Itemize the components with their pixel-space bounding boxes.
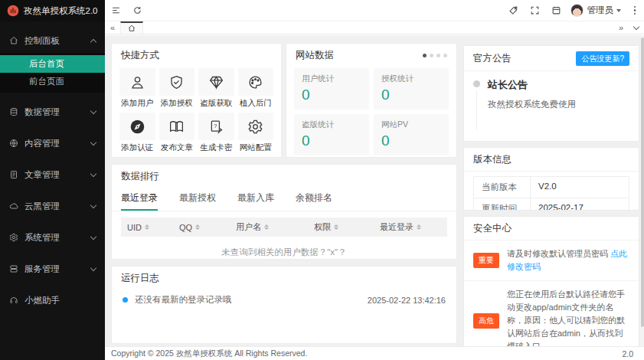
sidebar-item-label: 内容管理 xyxy=(25,138,85,149)
stat-pv: 网站PV 0 xyxy=(374,114,449,155)
quick-action-label: 网站配置 xyxy=(238,142,274,153)
app-title: 孜然单授权系统2.0 xyxy=(24,5,98,17)
security-text: 请及时修改默认管理员密码 xyxy=(507,249,610,258)
shield-check-icon xyxy=(168,74,185,90)
sidebar-item-label: 文章管理 xyxy=(25,169,85,181)
security-item: 高危 您正在使用后台默认路径请您手动更改app/admin文件夹的名称，原因：他… xyxy=(464,281,639,346)
column-header-uid[interactable]: UID xyxy=(121,218,173,237)
palette-icon xyxy=(247,74,263,90)
cloud-icon xyxy=(9,201,18,211)
quick-action-label: 植入后门 xyxy=(238,98,274,109)
sidebar-item-label: 服务管理 xyxy=(25,263,85,275)
sort-icon[interactable] xyxy=(417,224,421,230)
table-empty-message: 未查询到相关的用户数据？"x"？ xyxy=(121,237,447,260)
table-row: 当前版本 V2.0 xyxy=(474,177,629,198)
quick-action-publish-article[interactable]: 发布文章 xyxy=(159,113,195,153)
sidebar-item-control-panel[interactable]: 控制面板 xyxy=(0,28,105,53)
scrollbar-thumb[interactable] xyxy=(641,38,644,327)
user-menu[interactable]: 管理员 xyxy=(587,5,626,16)
tabs-menu-icon[interactable] xyxy=(629,21,644,34)
announcement-refresh-button[interactable]: 公告没更新? xyxy=(576,51,629,66)
quick-action-add-cert[interactable]: 添加认证 xyxy=(119,113,155,153)
table-header-row: UID QQ 用户名 权限 最近登录 xyxy=(121,218,447,237)
quick-action-add-user[interactable]: 添加用户 xyxy=(119,68,155,109)
sidebar-subitem-label: 前台页面 xyxy=(29,76,64,87)
sidebar-item-content-management[interactable]: 内容管理 xyxy=(0,131,105,155)
sidebar-item-service-management[interactable]: 服务管理 xyxy=(0,257,105,281)
sort-icon[interactable] xyxy=(334,224,338,230)
version-table: 当前版本 V2.0 更新时间 2025-02-17 xyxy=(473,176,629,211)
sidebar-subitem-label: 后台首页 xyxy=(29,58,64,70)
menu-collapse-icon[interactable] xyxy=(105,0,126,21)
column-header-username[interactable]: 用户名 xyxy=(230,218,308,237)
carousel-dot[interactable] xyxy=(430,54,433,57)
chevron-down-icon xyxy=(90,139,96,146)
tab-balance-rank[interactable]: 余额排名 xyxy=(296,188,332,211)
quick-action-implant-backdoor[interactable]: 植入后门 xyxy=(238,68,274,109)
footer: Copyright © 2025 孜然单授权系统 All Rights Rese… xyxy=(105,346,644,360)
scrollbar-track[interactable] xyxy=(640,35,644,346)
stat-piracy: 盗版统计 0 xyxy=(294,114,369,155)
stat-value: 0 xyxy=(381,87,441,103)
stat-auth: 授权统计 0 xyxy=(374,68,449,110)
sidebar-item-assistant[interactable]: 小燃助手 xyxy=(0,288,105,313)
gear-icon xyxy=(247,119,263,135)
server-icon xyxy=(9,264,18,273)
quick-action-label: 盗版获取 xyxy=(198,98,234,109)
sort-icon[interactable] xyxy=(145,224,149,230)
card-title: 数据排行 xyxy=(121,170,159,183)
sidebar-item-article-management[interactable]: 文章管理 xyxy=(0,162,105,187)
status-badge: 重要 xyxy=(473,253,499,268)
sidebar-item-label: 小燃助手 xyxy=(25,295,96,306)
tabs-scroll-right-icon[interactable]: » xyxy=(613,21,629,34)
column-header-qq[interactable]: QQ xyxy=(173,218,230,237)
log-item: 还没有最新的登录记录哦 2025-02-22 13:42:16 xyxy=(112,290,456,310)
chevron-down-icon xyxy=(616,9,621,12)
sidebar-item-data-management[interactable]: 数据管理 xyxy=(0,100,105,124)
tab-recent-login[interactable]: 最近登录 xyxy=(121,188,158,211)
quick-action-site-config[interactable]: 网站配置 xyxy=(238,113,274,153)
app-logo[interactable]: 孜然单授权系统2.0 xyxy=(0,0,105,21)
stat-label: 网站PV xyxy=(381,119,441,130)
card-title: 网站数据 xyxy=(296,49,334,62)
tab-home[interactable] xyxy=(120,21,143,34)
quick-action-generate-card-key[interactable]: ? 生成卡密 xyxy=(198,113,234,153)
security-item: 重要 请及时修改默认管理员密码 点此修改密码 xyxy=(464,241,639,281)
tabs-scroll-left-icon[interactable]: « xyxy=(105,21,120,34)
status-badge: 高危 xyxy=(473,313,499,329)
tab-latest-auth[interactable]: 最新授权 xyxy=(179,188,216,211)
sidebar-item-backend-home[interactable]: 后台首页 xyxy=(0,55,105,73)
tag-icon[interactable] xyxy=(503,0,525,21)
carousel-dot[interactable] xyxy=(423,54,427,57)
column-header-permission[interactable]: 权限 xyxy=(308,218,374,237)
refresh-icon[interactable] xyxy=(126,0,148,21)
quick-actions-card: 快捷方式 添加用户 添加授权 盗版获取 植入后门 xyxy=(111,43,282,158)
stat-users: 用户统计 0 xyxy=(294,68,369,110)
footer-version: 2.0 xyxy=(622,349,633,358)
sidebar-item-label: 控制面板 xyxy=(25,35,85,47)
column-header-recent-login[interactable]: 最近登录 xyxy=(374,218,447,237)
sidebar-item-system-management[interactable]: 系统管理 xyxy=(0,225,105,250)
sidebar-item-cloud-blacklist[interactable]: 云黑管理 xyxy=(0,194,105,218)
app-window: 孜然单授权系统2.0 控制面板 后台首页 前台页面 数据管理 内容管理 文章管理 xyxy=(0,0,644,360)
site-data-card: 网站数据 用户统计 0 授权统计 0 盗版统计 0 网站PV 0 xyxy=(286,43,457,158)
version-row-value: 2025-02-17 xyxy=(531,198,629,211)
more-options-icon[interactable] xyxy=(626,0,644,21)
card-title: 官方公告 xyxy=(473,52,512,65)
version-info-card: 版本信息 当前版本 V2.0 更新时间 2025-02-17 xyxy=(463,147,639,211)
carousel-dot[interactable] xyxy=(436,54,440,57)
quick-action-add-auth[interactable]: 添加授权 xyxy=(159,68,195,109)
fullscreen-icon[interactable] xyxy=(525,0,546,21)
quick-action-label: 添加授权 xyxy=(159,98,195,109)
tab-latest-storage[interactable]: 最新入库 xyxy=(237,188,274,211)
carousel-dot[interactable] xyxy=(443,54,447,57)
gear-icon xyxy=(9,233,18,242)
chevron-up-icon xyxy=(90,38,96,44)
sort-icon[interactable] xyxy=(195,224,200,230)
sidebar-item-frontend-page[interactable]: 前台页面 xyxy=(0,73,105,90)
avatar[interactable] xyxy=(570,4,584,17)
version-row-value: V2.0 xyxy=(531,177,629,198)
calendar-icon[interactable] xyxy=(546,0,567,21)
quick-action-piracy-get[interactable]: 盗版获取 xyxy=(198,68,234,109)
sort-icon[interactable] xyxy=(264,224,269,230)
